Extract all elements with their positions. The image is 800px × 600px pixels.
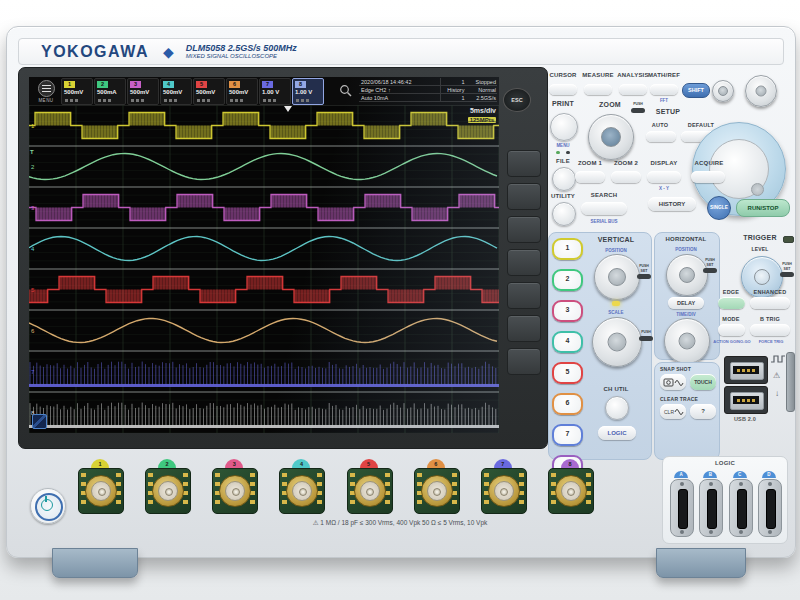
touch-pen-icon[interactable] xyxy=(32,414,47,429)
trigger-level-label: LEVEL xyxy=(740,246,780,252)
horizontal-scale-knob[interactable] xyxy=(664,318,710,364)
channel-select-button[interactable]: 6 xyxy=(552,393,583,415)
logic-port-body xyxy=(758,479,782,537)
delay-button[interactable]: DELAY xyxy=(668,297,704,309)
channel-number-badge: 4 xyxy=(163,81,174,88)
print-button[interactable] xyxy=(550,113,578,141)
logic-port[interactable]: B xyxy=(698,471,722,539)
channel-scale-value: 500mV xyxy=(163,89,182,95)
trigger-level: Auto 10mA xyxy=(359,94,441,102)
run-state: Stopped xyxy=(466,78,497,86)
softkey-button[interactable] xyxy=(507,183,541,210)
snap-shot-button[interactable] xyxy=(660,374,686,390)
waveform-display[interactable]: 12T345678 xyxy=(29,105,499,433)
model-subtitle: MIXED SIGNAL OSCILLOSCOPE xyxy=(186,53,297,59)
bnc-connector[interactable]: 1 xyxy=(72,458,128,536)
acquisition-info-block: 2020/06/18 14:46:42 1 Stopped Edge CH2 ↑… xyxy=(359,78,497,104)
vertical-push-set: PUSH SET xyxy=(636,264,652,279)
channel-scale-value: 500mV xyxy=(130,89,149,95)
logic-port[interactable]: D xyxy=(757,471,781,539)
channel-coupling-icons xyxy=(230,99,244,102)
display-button[interactable] xyxy=(647,171,681,183)
setup-auto-button[interactable] xyxy=(646,131,676,142)
clear-trace-button[interactable]: CLR xyxy=(660,404,686,419)
mode-button[interactable] xyxy=(718,324,745,336)
logic-port[interactable]: C xyxy=(728,471,752,539)
channel-select-button[interactable]: 4 xyxy=(552,331,583,353)
touch-button[interactable]: TOUCH xyxy=(690,374,716,390)
zoom-knob[interactable] xyxy=(588,114,634,160)
mathref-button[interactable] xyxy=(650,84,678,95)
trigger-push-set: PUSH SET xyxy=(779,262,795,277)
lcd-screen[interactable]: MENU 1500mV2500mA3500mV4500mV5500mV6500m… xyxy=(29,77,499,433)
channel-status-box[interactable]: 71.00 V xyxy=(259,78,291,105)
single-button[interactable]: SINGLE xyxy=(707,196,731,220)
logic-port-tab: D xyxy=(762,471,776,478)
vertical-scale-knob[interactable] xyxy=(592,317,642,367)
channel-select-button[interactable]: 1 xyxy=(552,238,583,260)
logic-button[interactable]: LOGIC xyxy=(598,426,636,440)
channel-coupling-icons xyxy=(98,99,112,102)
history-label: History xyxy=(441,86,467,94)
zoom-push-tag: PUSH xyxy=(630,102,646,113)
softkey-button[interactable] xyxy=(507,315,541,342)
ch-util-button[interactable] xyxy=(605,396,629,420)
usb-port-1[interactable] xyxy=(724,356,768,384)
probe-comp-terminal[interactable] xyxy=(786,352,795,412)
channel-status-box[interactable]: 4500mV xyxy=(160,78,192,105)
zoom1-button[interactable] xyxy=(575,171,605,183)
measure-button[interactable] xyxy=(584,84,612,95)
run-stop-button[interactable]: RUN/STOP xyxy=(736,199,790,217)
search-button[interactable] xyxy=(581,202,627,215)
softkey-button[interactable] xyxy=(507,249,541,276)
warning-icon-panel: ⚠ xyxy=(773,372,780,380)
power-button[interactable] xyxy=(30,488,66,524)
channel-status-box[interactable]: 5500mV xyxy=(193,78,225,105)
softkey-button[interactable] xyxy=(507,282,541,309)
help-button[interactable]: ? xyxy=(690,404,716,419)
acq-count: 1 xyxy=(441,78,467,86)
auto-label: AUTO xyxy=(645,122,675,128)
bnc-ring xyxy=(555,475,587,507)
softkey-button[interactable] xyxy=(507,348,541,375)
xy-label: X - Y xyxy=(647,186,681,191)
history-button[interactable]: HISTORY xyxy=(648,197,696,211)
channel-status-box[interactable]: 1500mV xyxy=(61,78,93,105)
btrig-button[interactable] xyxy=(750,324,790,336)
channel-status-box[interactable]: 3500mV xyxy=(127,78,159,105)
selector-knob[interactable] xyxy=(745,75,777,107)
logic-port-tab: C xyxy=(733,471,747,478)
model-name: DLM5058 2.5GS/s 500MHz xyxy=(186,44,297,53)
yokogawa-logo: YOKOGAWA xyxy=(41,43,149,61)
search-zoom-icon[interactable] xyxy=(339,84,353,98)
logic-port-body xyxy=(699,479,723,537)
channel-status-box[interactable]: 6500mV xyxy=(226,78,258,105)
horizontal-position-label: POSITION xyxy=(662,247,710,252)
trimmer-knob[interactable] xyxy=(712,80,734,102)
utility-button[interactable] xyxy=(552,202,576,226)
softkey-button[interactable] xyxy=(507,150,541,177)
softkey-button[interactable] xyxy=(507,216,541,243)
channel-select-button[interactable]: 2 xyxy=(552,269,583,291)
bnc-ring xyxy=(421,475,453,507)
channel-status-box[interactable]: 81.00 V xyxy=(292,78,324,105)
edge-button[interactable] xyxy=(718,297,745,309)
zoom2-button[interactable] xyxy=(611,171,641,183)
vertical-position-knob[interactable] xyxy=(594,254,640,300)
logic-port[interactable]: A xyxy=(669,471,693,539)
analysis-button[interactable] xyxy=(619,84,647,95)
esc-button[interactable]: ESC xyxy=(503,88,531,112)
usb-port-2[interactable] xyxy=(724,386,768,414)
acquire-button[interactable] xyxy=(691,171,725,183)
channel-status-box[interactable]: 2500mA xyxy=(94,78,126,105)
shift-button[interactable]: SHIFT xyxy=(682,83,710,98)
mathref-label: MATH/REF xyxy=(647,72,681,78)
enhanced-button[interactable] xyxy=(750,297,790,309)
screen-menu-button[interactable]: MENU xyxy=(33,80,59,102)
file-button[interactable] xyxy=(552,167,576,191)
channel-select-button[interactable]: 3 xyxy=(552,300,583,322)
channel-coupling-icons xyxy=(164,99,178,102)
channel-select-button[interactable]: 7 xyxy=(552,424,583,446)
channel-select-button[interactable]: 5 xyxy=(552,362,583,384)
cursor-button[interactable] xyxy=(549,84,577,95)
